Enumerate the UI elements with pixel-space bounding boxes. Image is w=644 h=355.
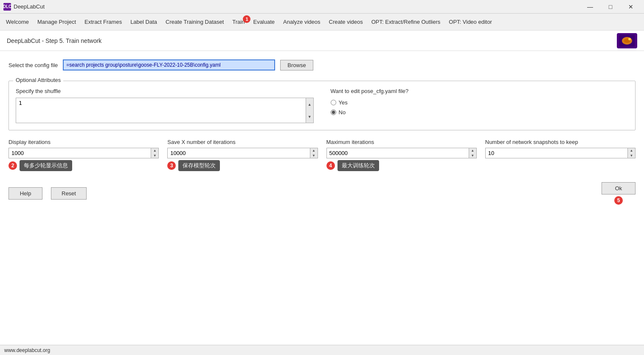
menu-item-manage-project[interactable]: Manage Project — [33, 16, 80, 28]
badge-5: 5 — [614, 196, 623, 205]
minimize-button[interactable]: — — [580, 0, 600, 14]
max-iterations-spin: ▲ ▼ — [469, 148, 477, 158]
shuffle-scrollbar: ▲ ▼ — [306, 98, 314, 123]
display-iterations-down[interactable]: ▼ — [151, 153, 158, 158]
max-iterations-annotation: 4 最大训练轮次 — [326, 160, 477, 171]
pose-cfg-yes-label: Yes — [339, 99, 348, 106]
title-bar: DLC DeepLabCut — □ ✕ — [0, 0, 644, 14]
save-iterations-tooltip: 保存模型轮次 — [178, 160, 220, 171]
menu-item-analyze-videos[interactable]: Analyze videos — [279, 16, 324, 28]
max-iterations-input[interactable] — [326, 148, 469, 158]
config-row: Select the config file Browse — [8, 59, 636, 70]
display-iterations-tooltip: 每多少轮显示信息 — [20, 160, 72, 171]
save-iterations-spin: ▲ ▼ — [310, 148, 318, 158]
window-title: DeepLabCut — [14, 3, 45, 10]
browse-button[interactable]: Browse — [280, 60, 313, 70]
pose-cfg-yes[interactable]: Yes — [331, 99, 629, 106]
menu-item-create-training-dataset[interactable]: Create Training Dataset — [161, 16, 228, 28]
menu-bar: WelcomeManage ProjectExtract FramesLabel… — [0, 14, 644, 31]
status-bar: www.deeplabcut.org — [0, 345, 644, 355]
maximize-button[interactable]: □ — [601, 0, 620, 14]
shuffle-textarea[interactable] — [16, 98, 306, 123]
buttons-row: Help Reset Ok 5 — [8, 178, 636, 209]
reset-button[interactable]: Reset — [51, 187, 87, 200]
breadcrumb-bar: DeepLabCut - Step 5. Train network — [0, 31, 644, 51]
snapshots-up[interactable]: ▲ — [628, 148, 635, 153]
pose-cfg-yes-radio[interactable] — [331, 100, 336, 105]
shuffle-input-container: ▲ ▼ — [16, 98, 314, 123]
dlc-logo — [617, 33, 637, 48]
iterations-row: Display iterations ▲ ▼ 2 每多少轮显示信息 Save X… — [8, 139, 636, 171]
display-iterations-label: Display iterations — [8, 139, 159, 145]
pose-cfg-no-label: No — [339, 109, 346, 116]
menu-item-train[interactable]: Train1 — [228, 16, 249, 28]
shuffle-section: Specify the shuffle ▲ ▼ — [16, 88, 314, 123]
ok-button[interactable]: Ok — [602, 182, 636, 194]
max-iterations-input-wrap: ▲ ▼ — [326, 148, 477, 158]
optional-attributes-box: Optional Attributes Specify the shuffle … — [8, 81, 636, 130]
pose-cfg-no-radio[interactable] — [331, 110, 336, 115]
menu-item-opt:-extract/refine-outliers[interactable]: OPT: Extract/Refine Outliers — [367, 16, 445, 28]
main-content: Select the config file Browse Optional A… — [0, 51, 644, 345]
max-iterations-group: Maximum iterations ▲ ▼ 4 最大训练轮次 — [326, 139, 477, 171]
save-iterations-group: Save X number of iterations ▲ ▼ 3 保存模型轮次 — [167, 139, 318, 171]
help-button[interactable]: Help — [8, 187, 42, 200]
snapshots-label: Number of network snapshots to keep — [485, 139, 636, 145]
display-iterations-spin: ▲ ▼ — [151, 148, 159, 158]
save-iterations-label: Save X number of iterations — [167, 139, 318, 145]
menu-item-label-data[interactable]: Label Data — [126, 16, 161, 28]
pose-cfg-radio-group: Yes No — [331, 99, 629, 116]
snapshots-group: Number of network snapshots to keep ▲ ▼ — [485, 139, 636, 171]
menu-item-evaluate[interactable]: Evaluate — [249, 16, 279, 28]
shuffle-scroll-up[interactable]: ▲ — [306, 98, 313, 110]
display-iterations-annotation: 2 每多少轮显示信息 — [8, 160, 159, 171]
save-iterations-annotation: 3 保存模型轮次 — [167, 160, 318, 171]
pose-cfg-question: Want to edit pose_cfg.yaml file? — [331, 88, 629, 94]
max-iterations-down[interactable]: ▼ — [469, 153, 476, 158]
snapshots-input-wrap: ▲ ▼ — [485, 148, 636, 158]
display-iterations-up[interactable]: ▲ — [151, 148, 158, 153]
menu-item-welcome[interactable]: Welcome — [2, 16, 33, 28]
save-iterations-down[interactable]: ▼ — [310, 153, 318, 158]
snapshots-input[interactable] — [485, 148, 628, 158]
ok-badge-container: Ok 5 — [602, 182, 636, 205]
optional-inner: Specify the shuffle ▲ ▼ Want to edit pos… — [16, 88, 628, 123]
close-button[interactable]: ✕ — [621, 0, 641, 14]
snapshots-down[interactable]: ▼ — [628, 153, 635, 158]
display-iterations-group: Display iterations ▲ ▼ 2 每多少轮显示信息 — [8, 139, 159, 171]
badge-3: 3 — [167, 161, 176, 170]
display-iterations-input-wrap: ▲ ▼ — [8, 148, 159, 158]
save-iterations-input[interactable] — [167, 148, 310, 158]
svg-point-3 — [628, 38, 631, 40]
max-iterations-up[interactable]: ▲ — [469, 148, 476, 153]
badge-4: 4 — [326, 161, 335, 170]
save-iterations-up[interactable]: ▲ — [310, 148, 318, 153]
config-label: Select the config file — [8, 62, 58, 68]
config-input[interactable] — [63, 59, 275, 70]
display-iterations-input[interactable] — [8, 148, 151, 158]
app-icon: DLC — [3, 3, 11, 11]
breadcrumb: DeepLabCut - Step 5. Train network — [7, 37, 101, 44]
snapshots-spin: ▲ ▼ — [628, 148, 636, 158]
menu-item-extract-frames[interactable]: Extract Frames — [80, 16, 126, 28]
optional-attributes-legend: Optional Attributes — [13, 77, 63, 83]
badge-2: 2 — [8, 161, 17, 170]
shuffle-scroll-down[interactable]: ▼ — [306, 110, 313, 123]
pose-cfg-no[interactable]: No — [331, 109, 629, 116]
shuffle-label: Specify the shuffle — [16, 88, 314, 94]
pose-cfg-section: Want to edit pose_cfg.yaml file? Yes No — [331, 88, 629, 123]
menu-item-create-videos[interactable]: Create videos — [325, 16, 367, 28]
save-iterations-input-wrap: ▲ ▼ — [167, 148, 318, 158]
window-controls: — □ ✕ — [580, 0, 641, 14]
title-bar-left: DLC DeepLabCut — [3, 3, 45, 11]
status-text: www.deeplabcut.org — [4, 347, 50, 353]
menu-item-opt:-video-editor[interactable]: OPT: Video editor — [444, 16, 496, 28]
max-iterations-tooltip: 最大训练轮次 — [337, 160, 379, 171]
max-iterations-label: Maximum iterations — [326, 139, 477, 145]
